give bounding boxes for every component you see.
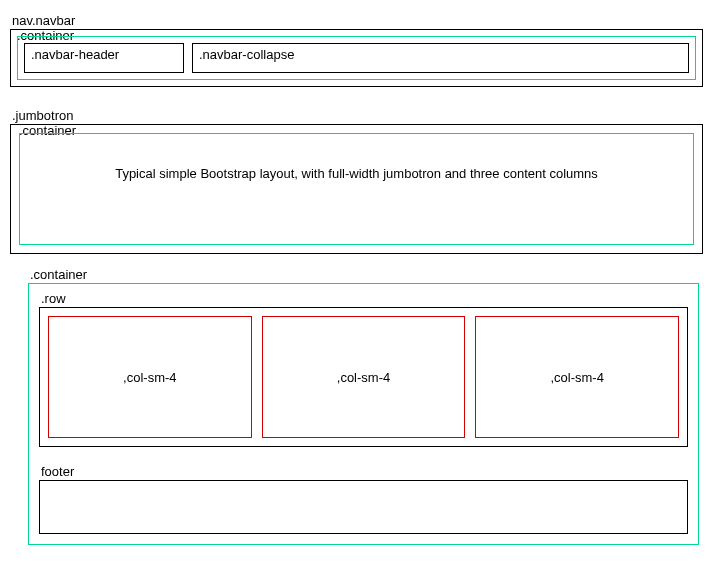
main-container: .row ,col-sm-4 ,col-sm-4 ,col-sm-4 foote… xyxy=(28,283,699,545)
col-1: ,col-sm-4 xyxy=(48,316,252,438)
navbar-outer-label: nav.navbar xyxy=(12,14,703,27)
navbar-container: .navbar-header .navbar-collapse xyxy=(17,36,696,80)
col-2: ,col-sm-4 xyxy=(262,316,466,438)
navbar-collapse-label: .navbar-collapse xyxy=(199,48,294,61)
col-2-label: ,col-sm-4 xyxy=(337,370,390,385)
col-1-label: ,col-sm-4 xyxy=(123,370,176,385)
col-3-label: ,col-sm-4 xyxy=(550,370,603,385)
navbar-header-box: .navbar-header xyxy=(24,43,184,73)
jumbotron-outer-label: .jumbotron xyxy=(12,109,703,122)
navbar-box: .container .navbar-header .navbar-collap… xyxy=(10,29,703,87)
navbar-collapse-box: .navbar-collapse xyxy=(192,43,689,73)
footer-label: footer xyxy=(41,465,688,478)
jumbotron-section: .jumbotron .container Typical simple Boo… xyxy=(10,109,703,254)
jumbotron-body-text: Typical simple Bootstrap layout, with fu… xyxy=(115,166,598,181)
footer-section: footer xyxy=(39,465,688,534)
main-container-label: .container xyxy=(30,268,699,281)
footer-box xyxy=(39,480,688,534)
jumbotron-container: Typical simple Bootstrap layout, with fu… xyxy=(19,133,694,245)
main-section: .container .row ,col-sm-4 ,col-sm-4 ,col… xyxy=(28,268,699,545)
jumbotron-box: .container Typical simple Bootstrap layo… xyxy=(10,124,703,254)
navbar-section: nav.navbar .container .navbar-header .na… xyxy=(10,14,703,87)
row-label: .row xyxy=(41,292,688,305)
navbar-header-label: .navbar-header xyxy=(31,48,119,61)
col-3: ,col-sm-4 xyxy=(475,316,679,438)
row-box: ,col-sm-4 ,col-sm-4 ,col-sm-4 xyxy=(39,307,688,447)
